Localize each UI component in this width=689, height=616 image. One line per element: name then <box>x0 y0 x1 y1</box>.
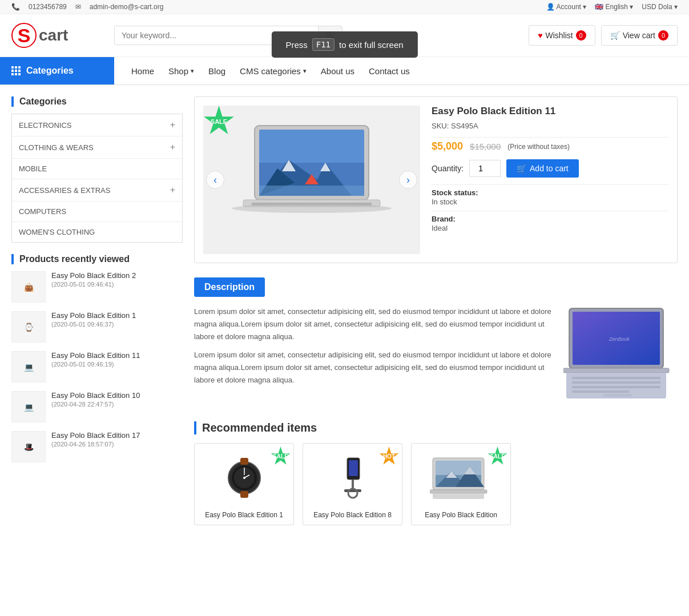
rec-img-2 <box>309 449 396 506</box>
product-images: SALE <box>203 106 420 254</box>
nav-blog[interactable]: Blog <box>208 66 225 76</box>
svg-rect-30 <box>240 491 248 498</box>
cart-icon: 🛒 <box>610 31 620 40</box>
recent-name-3: Easy Polo Black Edition 11 <box>51 351 183 360</box>
desc-text-1: Lorem ipsum dolor sit amet, consectetur … <box>194 305 555 343</box>
sale-badge-wrap: SALE <box>203 106 235 137</box>
category-item-clothing[interactable]: CLOTHING & WEARS + <box>12 136 182 159</box>
svg-rect-35 <box>344 489 361 492</box>
recent-item-4[interactable]: 💻 Easy Polo Black Edition 10 (2020-04-28… <box>11 391 183 422</box>
categories-button[interactable]: Categories <box>0 57 114 84</box>
main-content: Categories ELECTRONICS + CLOTHING & WEAR… <box>0 85 689 537</box>
top-bar-right: 👤 Account ▾ 🇬🇧 English ▾ USD Dola ▾ <box>546 3 678 11</box>
prev-arrow[interactable]: ‹ <box>206 171 224 189</box>
grid-icon <box>11 66 21 75</box>
phone-icon: 📞 <box>11 3 20 11</box>
email-address: admin-demo@s-cart.org <box>90 3 164 11</box>
recent-name-4: Easy Polo Black Edition 10 <box>51 391 183 400</box>
category-item-mobile[interactable]: MOBILE <box>12 159 182 179</box>
recent-title: Products recently viewed <box>11 254 183 264</box>
brand-value: Ideal <box>432 224 448 232</box>
recent-date-2: (2020-05-01 09:46:37) <box>51 321 183 328</box>
rec-img-1 <box>200 449 288 506</box>
recent-name-1: Easy Polo Black Edition 2 <box>51 271 183 280</box>
recent-thumb-4: 💻 <box>11 391 46 422</box>
recent-item-3[interactable]: 💻 Easy Polo Black Edition 11 (2020-05-01… <box>11 351 183 383</box>
rec-item-2[interactable]: HOT Eas <box>303 443 402 525</box>
svg-rect-44 <box>430 490 487 493</box>
nav-about[interactable]: About us <box>321 66 354 76</box>
recent-thumb-2: ⌚ <box>11 311 46 343</box>
description-section: Description Lorem ipsum dolor sit amet, … <box>194 277 678 410</box>
logo[interactable]: S cart <box>11 23 103 48</box>
nav-shop[interactable]: Shop <box>168 66 194 76</box>
cart-icon-btn: 🛒 <box>517 164 526 173</box>
price-old: $15,000 <box>470 142 501 151</box>
sidebar: Categories ELECTRONICS + CLOTHING & WEAR… <box>11 96 183 525</box>
nav-contact[interactable]: Contact us <box>369 66 410 76</box>
category-item-womens[interactable]: WOMEN'S CLOTHING <box>12 222 182 242</box>
product-area: SALE <box>194 96 678 525</box>
add-to-cart-button[interactable]: 🛒 Add to cart <box>506 159 579 178</box>
language-link[interactable]: 🇬🇧 English ▾ <box>595 3 633 11</box>
svg-rect-33 <box>349 460 358 476</box>
svg-point-28 <box>243 477 245 479</box>
nav-bar: Categories Home Shop Blog CMS categories… <box>0 57 689 85</box>
phone-number: 0123456789 <box>29 3 67 11</box>
currency-link[interactable]: USD Dola ▾ <box>642 3 678 11</box>
svg-rect-29 <box>240 458 248 465</box>
nav-home[interactable]: Home <box>131 66 154 76</box>
svg-rect-21 <box>572 390 629 393</box>
view-cart-button[interactable]: 🛒 View cart 0 <box>601 25 678 46</box>
rec-name-1: Easy Polo Black Edition 1 <box>200 511 288 519</box>
asus-laptop-svg: ZenBook <box>563 305 678 408</box>
category-item-computers[interactable]: COMPUTERS <box>12 202 182 222</box>
recent-date-3: (2020-05-01 09:46:19) <box>51 361 183 368</box>
stock-row: Stock status: In stock <box>432 188 668 206</box>
expand-icon: + <box>170 142 175 152</box>
recent-thumb-1: 👜 <box>11 271 46 303</box>
wishlist-button[interactable]: ♥ Wishlist 0 <box>529 25 595 46</box>
product-prices: $5,000 $15,000 (Price without taxes) <box>432 140 668 152</box>
category-item-electronics[interactable]: ELECTRONICS + <box>12 114 182 136</box>
rec-img-3 <box>417 449 505 506</box>
flag-icon: 🇬🇧 <box>595 3 603 11</box>
brand-row: Brand: Ideal <box>432 214 668 232</box>
account-link[interactable]: 👤 Account ▾ <box>546 3 586 11</box>
rec-item-3[interactable]: SALE <box>411 443 511 525</box>
recommended-section: Recommended items SALE <box>194 421 678 525</box>
expand-icon: + <box>170 185 175 195</box>
product-info: Easy Polo Black Edition 11 SKU: SS495A $… <box>432 106 668 254</box>
account-icon: 👤 <box>546 3 555 11</box>
rec-name-3: Easy Polo Black Edition <box>417 511 505 519</box>
price-current: $5,000 <box>432 140 463 152</box>
price-note: (Price without taxes) <box>507 143 570 151</box>
desc-text-2: Lorem ipsum dolor sit amet, consectetur … <box>194 349 555 386</box>
svg-rect-7 <box>259 186 364 196</box>
recent-name-5: Easy Polo Black Edition 17 <box>51 431 183 440</box>
logo-circle: S <box>11 23 37 48</box>
top-bar: 📞 0123456789 ✉ admin-demo@s-cart.org 👤 A… <box>0 0 689 14</box>
expand-icon: + <box>170 120 175 130</box>
sku-value: SS495A <box>451 122 478 130</box>
logo-s: S <box>18 25 31 47</box>
description-texts: Lorem ipsum dolor sit amet, consectetur … <box>194 305 555 393</box>
description-area: Lorem ipsum dolor sit amet, consectetur … <box>194 305 678 410</box>
nav-cms[interactable]: CMS categories <box>240 66 307 76</box>
rec-item-1[interactable]: SALE Ea <box>194 443 294 525</box>
recent-item-2[interactable]: ⌚ Easy Polo Black Edition 1 (2020-05-01 … <box>11 311 183 343</box>
product-sku: SKU: SS495A <box>432 122 668 130</box>
cart-badge: 0 <box>658 30 668 41</box>
svg-rect-16 <box>563 368 669 373</box>
stock-value: In stock <box>432 198 457 206</box>
top-bar-left: 📞 0123456789 ✉ admin-demo@s-cart.org <box>11 3 163 11</box>
recent-item-1[interactable]: 👜 Easy Polo Black Edition 2 (2020-05-01 … <box>11 271 183 303</box>
quantity-input[interactable] <box>469 160 501 177</box>
category-item-accessories[interactable]: ACCESSARIES & EXTRAS + <box>12 179 182 202</box>
next-arrow[interactable]: › <box>399 171 417 189</box>
product-title: Easy Polo Black Edition 11 <box>432 106 668 117</box>
recent-item-5[interactable]: 🎩 Easy Polo Black Edition 17 (2020-04-26… <box>11 431 183 462</box>
quantity-row: Quantity: 🛒 Add to cart <box>432 159 668 178</box>
description-button[interactable]: Description <box>194 277 265 297</box>
recent-date-1: (2020-05-01 09:46:41) <box>51 281 183 288</box>
